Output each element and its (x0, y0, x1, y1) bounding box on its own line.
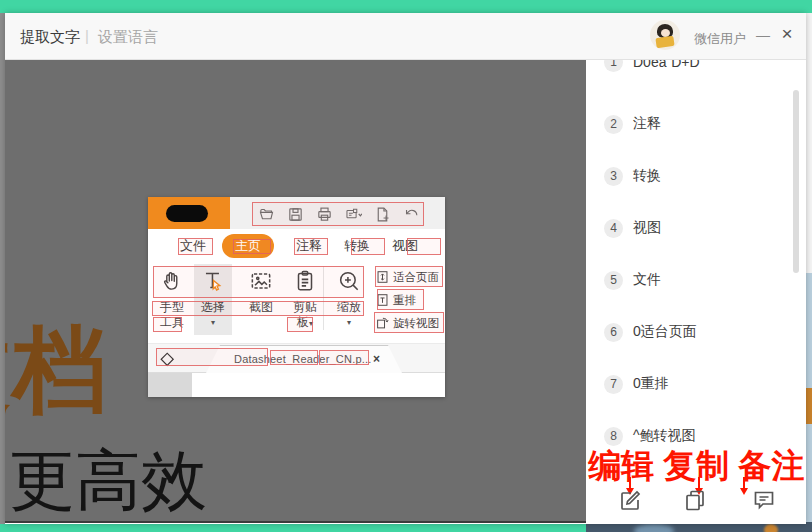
list-item[interactable]: 2 注释 (586, 113, 786, 135)
shot-toolbar: 手型 工具 选择 ▾ 截图 剪贴 板▾ 缩放 (148, 262, 445, 335)
title-bar: 提取文字 | 设置语言 微信用户 — × (5, 13, 806, 60)
shot-document-tab: Datasheet_Reader_CN.p... × (206, 345, 402, 373)
zoom-in-icon (330, 264, 368, 298)
shot-tool-zoom (330, 264, 368, 298)
shot-label-select: 选择 ▾ (194, 300, 232, 330)
shot-label-snapshot: 截图 (242, 300, 280, 315)
annotation-arrow (743, 477, 745, 489)
fit-page-icon (376, 270, 389, 284)
view-option-label: 重排 (393, 293, 416, 308)
item-number-badge: 6 (604, 323, 623, 342)
tool-label: 板 (297, 315, 309, 329)
headline-clipped-text: 文档 (5, 322, 107, 418)
dropdown-caret: ▾ (194, 315, 232, 330)
document-tab-close-icon: × (373, 352, 380, 366)
shot-document-tabbar: Datasheet_Reader_CN.p... × (148, 343, 445, 373)
item-number-badge: 8 (604, 427, 623, 446)
eraser-diamond-icon (158, 350, 176, 368)
shot-option-rotate-view: 旋转视图 (376, 313, 445, 333)
taskbar-blob (764, 524, 778, 532)
annotation-labels: 编辑 复制 备注 (588, 444, 806, 489)
view-option-label: 适合页面 (393, 270, 439, 285)
results-sidebar: 1 D0ea`D+D 2 注释 3 转换 4 视图 5 文件 6 0适台页面 (586, 60, 806, 523)
tool-label: 工具 (153, 315, 191, 330)
close-button[interactable]: × (776, 21, 798, 47)
minimize-button[interactable]: — (753, 23, 773, 47)
view-option-label: 旋转视图 (393, 316, 439, 331)
annotation-note: 备注 (738, 447, 804, 484)
shot-tab-file: 文件 (180, 237, 206, 255)
background-window-sliver (806, 13, 812, 273)
item-text: 文件 (633, 271, 661, 289)
item-number-badge: 3 (604, 167, 623, 186)
list-item[interactable]: 4 视图 (586, 217, 786, 239)
shot-label-clipboard: 剪贴 板▾ (286, 300, 324, 331)
user-avatar[interactable] (650, 20, 680, 50)
item-text: 0适台页面 (633, 323, 697, 341)
export-email-icon (345, 206, 362, 223)
save-icon (287, 206, 304, 223)
shot-tab-view: 视图 (392, 237, 418, 255)
shot-tool-clipboard (286, 264, 324, 298)
shot-tab-comment: 注释 (296, 237, 322, 255)
item-number-badge: 1 (604, 60, 623, 72)
reflow-icon (376, 293, 389, 307)
shot-quickbar (254, 202, 424, 226)
item-number-badge: 5 (604, 271, 623, 290)
undo-icon (403, 206, 420, 223)
item-text: 0重排 (633, 375, 669, 393)
hand-tool-icon (153, 264, 191, 298)
print-icon (316, 206, 333, 223)
snapshot-icon (242, 264, 280, 298)
background-orange-sliver (806, 388, 812, 424)
copy-button[interactable] (683, 488, 707, 512)
tab-extract-text[interactable]: 提取文字 (20, 28, 80, 47)
tool-label: 手型 (153, 300, 191, 315)
tab-set-language[interactable]: 设置语言 (98, 28, 158, 47)
list-item[interactable]: 1 D0ea`D+D (586, 60, 786, 73)
shot-tool-hand (153, 264, 191, 298)
item-number-badge: 7 (604, 375, 623, 394)
ocr-source-image: 文件 主页 注释 转换 视图 (148, 197, 445, 397)
item-text: 视图 (633, 219, 661, 237)
shot-logo-block (148, 197, 230, 229)
list-item[interactable]: 7 0重排 (586, 373, 786, 395)
document-tab-title: Datasheet_Reader_CN.p... (234, 353, 372, 365)
user-name-label: 微信用户 (694, 30, 746, 48)
shot-tool-snapshot (242, 264, 280, 298)
list-item[interactable]: 3 转换 (586, 165, 786, 187)
item-text: 注释 (633, 115, 661, 133)
clipboard-icon (286, 264, 324, 298)
shot-option-reflow: 重排 (376, 290, 445, 310)
sidebar-scrollbar[interactable] (793, 90, 799, 273)
dropdown-caret: ▾ (309, 319, 313, 328)
title-divider: | (85, 27, 89, 44)
select-text-icon (194, 264, 232, 298)
open-folder-icon (258, 206, 275, 223)
shot-page-margin (148, 373, 192, 397)
shot-tab-home-active: 主页 (222, 234, 274, 258)
shot-tab-convert: 转换 (344, 237, 370, 255)
shot-label-hand: 手型 工具 (153, 300, 191, 330)
list-item[interactable]: 6 0适台页面 (586, 321, 786, 343)
annotation-edit: 编辑 (588, 447, 654, 484)
list-item[interactable]: 5 文件 (586, 269, 786, 291)
preview-canvas: 文件 主页 注释 转换 视图 (5, 60, 586, 523)
item-text: ^鲍转视图 (633, 427, 696, 445)
tool-label: 缩放 (330, 300, 368, 315)
item-text: D0ea`D+D (633, 60, 700, 70)
shot-header-strip (148, 197, 445, 229)
edit-button[interactable] (618, 488, 642, 512)
taskbar-blob (634, 524, 674, 532)
tool-label: 剪贴 (286, 300, 324, 315)
shot-logo-redacted (166, 205, 208, 222)
avatar-book (655, 36, 674, 48)
rotate-view-icon (376, 316, 389, 330)
headline-line2: 更高效 (9, 446, 207, 515)
item-number-badge: 2 (604, 115, 623, 134)
dropdown-caret: ▾ (330, 315, 368, 330)
tool-label: 截图 (242, 300, 280, 315)
item-text: 转换 (633, 167, 661, 185)
note-button[interactable] (752, 488, 776, 512)
annotation-copy: 复制 (663, 447, 729, 484)
